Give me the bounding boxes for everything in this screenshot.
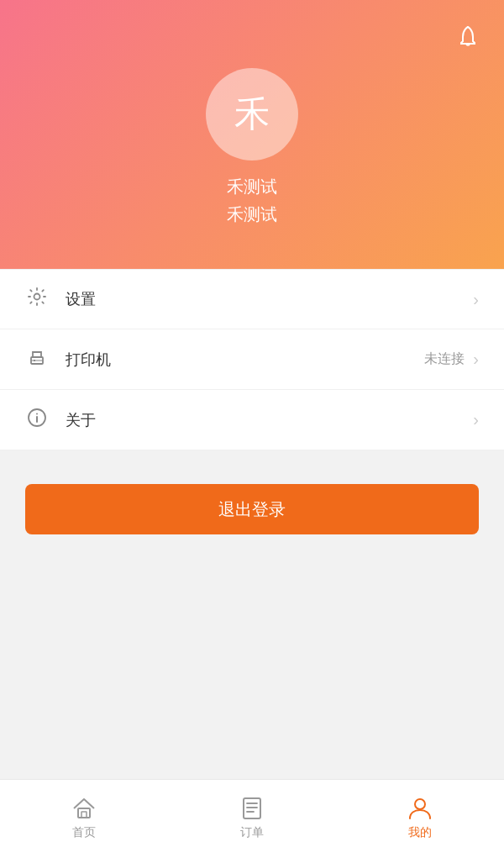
info-icon bbox=[25, 408, 49, 433]
svg-rect-5 bbox=[78, 808, 90, 818]
avatar-char: 禾 bbox=[234, 91, 270, 138]
logout-button[interactable]: 退出登录 bbox=[25, 484, 479, 534]
menu-section: 设置 › 打印机 未连接 › 关于 › bbox=[0, 269, 504, 450]
bell-icon[interactable] bbox=[457, 25, 479, 55]
logout-section: 退出登录 bbox=[0, 450, 504, 568]
settings-arrow: › bbox=[473, 290, 479, 309]
svg-point-4 bbox=[36, 413, 38, 414]
printer-label: 打印机 bbox=[66, 350, 424, 370]
tab-orders-label: 订单 bbox=[240, 825, 264, 840]
menu-item-printer[interactable]: 打印机 未连接 › bbox=[0, 329, 504, 390]
svg-rect-2 bbox=[34, 360, 35, 361]
tab-home-label: 首页 bbox=[72, 825, 96, 840]
user-icon bbox=[407, 795, 433, 822]
home-icon bbox=[71, 795, 97, 822]
header-section: 禾 禾测试 禾测试 bbox=[0, 0, 504, 269]
tab-orders[interactable]: 订单 bbox=[168, 780, 336, 863]
gear-icon bbox=[25, 287, 49, 312]
svg-rect-6 bbox=[81, 812, 87, 818]
tab-bar: 首页 订单 我的 bbox=[0, 779, 504, 863]
svg-rect-7 bbox=[244, 798, 260, 818]
svg-point-8 bbox=[415, 799, 425, 809]
username-secondary: 禾测试 bbox=[227, 203, 277, 226]
menu-item-settings[interactable]: 设置 › bbox=[0, 269, 504, 329]
about-arrow: › bbox=[473, 410, 479, 429]
printer-status: 未连接 bbox=[424, 350, 465, 368]
tab-mine-label: 我的 bbox=[408, 825, 432, 840]
printer-arrow: › bbox=[473, 350, 479, 369]
avatar[interactable]: 禾 bbox=[206, 68, 298, 160]
order-icon bbox=[239, 795, 265, 822]
username-primary: 禾测试 bbox=[227, 176, 277, 198]
tab-home[interactable]: 首页 bbox=[0, 780, 168, 863]
menu-item-about[interactable]: 关于 › bbox=[0, 390, 504, 450]
svg-point-0 bbox=[34, 294, 40, 300]
printer-icon bbox=[25, 347, 49, 372]
tab-mine[interactable]: 我的 bbox=[336, 780, 504, 863]
about-label: 关于 bbox=[66, 410, 473, 430]
settings-label: 设置 bbox=[66, 289, 473, 309]
